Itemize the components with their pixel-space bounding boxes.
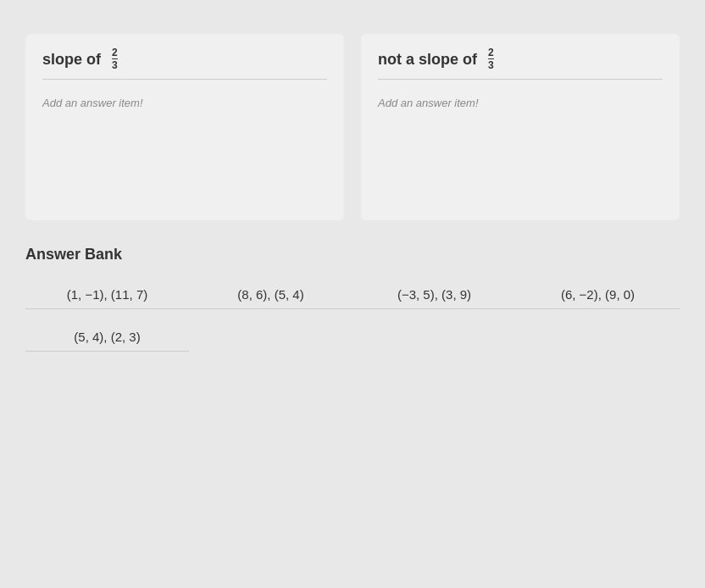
not-slope-column-divider: [378, 79, 663, 80]
answer-item-4[interactable]: (6, −2), (9, 0): [516, 280, 680, 309]
answer-item-1[interactable]: (1, −1), (11, 7): [25, 280, 189, 309]
answer-bank-row-2: (5, 4), (2, 3): [25, 323, 680, 352]
page-container: slope of 2 3 Add an answer item! not a s…: [0, 0, 705, 588]
slope-fraction-denominator: 3: [112, 59, 118, 70]
answer-bank-items: (1, −1), (11, 7) (8, 6), (5, 4) (−3, 5),…: [25, 280, 680, 352]
not-slope-fraction-denominator: 3: [488, 59, 494, 70]
not-slope-add-answer-text[interactable]: Add an answer item!: [378, 97, 663, 109]
slope-add-answer-text[interactable]: Add an answer item!: [42, 97, 327, 109]
slope-label: slope of: [42, 51, 101, 69]
answer-item-placeholder-2: [189, 330, 680, 344]
slope-fraction: 2 3: [112, 47, 118, 70]
answer-item-5[interactable]: (5, 4), (2, 3): [25, 323, 189, 352]
answer-item-2[interactable]: (8, 6), (5, 4): [189, 280, 352, 309]
answer-item-3[interactable]: (−3, 5), (3, 9): [352, 280, 516, 309]
slope-column-header: slope of 2 3: [42, 51, 327, 70]
not-slope-fraction-numerator: 2: [488, 47, 494, 59]
not-slope-column-header: not a slope of 2 3: [378, 51, 663, 70]
not-slope-fraction: 2 3: [488, 47, 494, 70]
answer-bank-title: Answer Bank: [25, 246, 680, 263]
slope-column: slope of 2 3 Add an answer item!: [25, 34, 344, 220]
slope-column-divider: [42, 79, 327, 80]
slope-fraction-numerator: 2: [112, 47, 118, 59]
columns-container: slope of 2 3 Add an answer item! not a s…: [17, 34, 688, 220]
answer-bank-section: Answer Bank (1, −1), (11, 7) (8, 6), (5,…: [17, 246, 688, 352]
answer-bank-row-1: (1, −1), (11, 7) (8, 6), (5, 4) (−3, 5),…: [25, 280, 680, 309]
not-slope-column: not a slope of 2 3 Add an answer item!: [361, 34, 680, 220]
not-slope-label: not a slope of: [378, 51, 477, 69]
